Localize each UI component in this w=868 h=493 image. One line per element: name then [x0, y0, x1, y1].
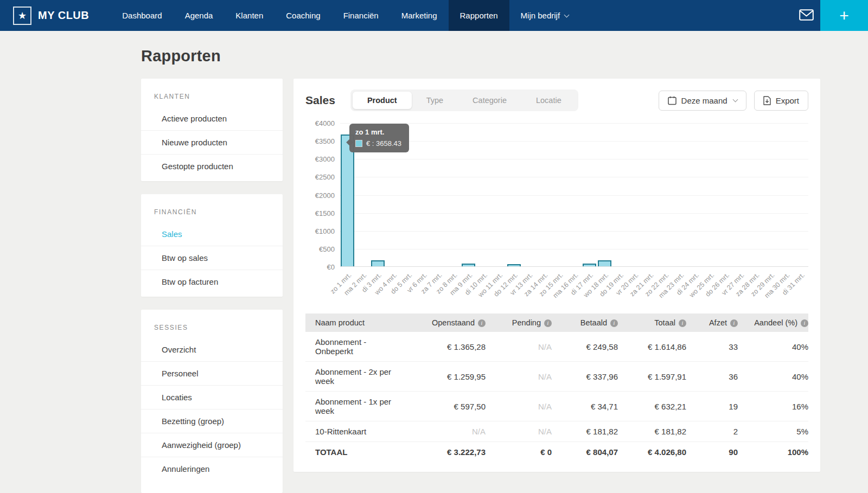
table-cell: € 181,82 — [618, 421, 686, 441]
table-cell: 100% — [738, 442, 808, 462]
column-header-pending: Pendingi — [486, 313, 552, 332]
table-cell: TOTAAL — [305, 442, 404, 462]
bar-ma-9-mrt[interactable] — [462, 264, 475, 266]
sidebar-section-sessies: SESSIESOverzichtPersoneelLocatiesBezetti… — [141, 310, 283, 493]
column-header-betaald: Betaaldi — [552, 313, 618, 332]
export-icon — [763, 96, 771, 105]
nav-item-coaching[interactable]: Coaching — [275, 0, 331, 31]
table-cell: 19 — [686, 396, 738, 417]
nav-item-marketing[interactable]: Marketing — [390, 0, 449, 31]
column-header-totaal: Totaali — [618, 313, 686, 332]
sidebar-item-gestopte-producten[interactable]: Gestopte producten — [141, 154, 283, 178]
nav-item-rapporten[interactable]: Rapporten — [449, 0, 509, 31]
table-cell: € 1.614,86 — [618, 337, 686, 357]
column-header-openstaand: Openstaandi — [404, 313, 486, 332]
page-title: Rapporten — [141, 47, 820, 65]
table-cell: € 804,07 — [552, 442, 618, 462]
info-icon[interactable]: i — [544, 319, 552, 327]
tab-group: ProductTypeCategorieLocatie — [350, 89, 578, 111]
nav-item-mijn-bedrijf[interactable]: Mijn bedrijf — [509, 0, 580, 31]
info-icon[interactable]: i — [730, 319, 738, 327]
tab-product[interactable]: Product — [353, 92, 412, 109]
nav-item-dashboard[interactable]: Dashboard — [111, 0, 173, 31]
table-cell: € 3.222,73 — [404, 442, 486, 462]
sidebar-item-btw-op-sales[interactable]: Btw op sales — [141, 246, 283, 270]
table-cell: € 597,50 — [404, 396, 486, 417]
table-cell: N/A — [404, 421, 486, 441]
table-cell: N/A — [486, 367, 552, 387]
panel-header: Sales ProductTypeCategorieLocatie Deze m… — [305, 89, 808, 111]
column-label: Afzet — [709, 318, 727, 327]
series-swatch — [355, 140, 362, 147]
tooltip-title: zo 1 mrt. — [355, 128, 401, 136]
sidebar-item-sales[interactable]: Sales — [141, 222, 283, 246]
nav-item-label: Agenda — [185, 11, 213, 20]
bar-di-3-mrt[interactable] — [371, 260, 385, 266]
brand[interactable]: ★ MY CLUB — [0, 0, 103, 31]
info-icon[interactable]: i — [801, 319, 808, 327]
bar-slot — [597, 260, 612, 266]
info-icon[interactable]: i — [610, 319, 618, 327]
nav-item-label: Marketing — [401, 11, 437, 20]
envelope-icon — [799, 9, 814, 22]
bar-wo-18-mrt[interactable] — [598, 260, 611, 266]
sidebar-item-overzicht[interactable]: Overzicht — [141, 338, 283, 361]
add-button[interactable]: + — [820, 0, 868, 31]
header-actions: Deze maand Export — [659, 91, 808, 111]
y-tick-label: €1500 — [315, 209, 335, 217]
sidebar-item-aanwezigheid-groep[interactable]: Aanwezigheid (groep) — [141, 433, 283, 457]
sidebar-item-bezetting-groep[interactable]: Bezetting (groep) — [141, 409, 283, 433]
nav-spacer — [580, 0, 792, 31]
sidebar-item-locaties[interactable]: Locaties — [141, 385, 283, 409]
y-tick-label: €500 — [319, 245, 335, 253]
table-cell: N/A — [486, 421, 552, 441]
y-tick-label: €3000 — [315, 155, 335, 163]
chevron-down-icon — [732, 97, 738, 103]
nav-item-financi-n[interactable]: Financiën — [332, 0, 390, 31]
page: Rapporten KLANTENActieve productenNieuwe… — [0, 31, 868, 493]
column-label: Openstaand — [432, 318, 475, 327]
tab-categorie[interactable]: Categorie — [458, 92, 521, 109]
sidebar-item-btw-op-facturen[interactable]: Btw op facturen — [141, 270, 283, 293]
calendar-icon — [668, 96, 676, 105]
table-cell: 33 — [686, 337, 738, 357]
tab-locatie[interactable]: Locatie — [521, 92, 576, 109]
nav-item-label: Dashboard — [122, 11, 162, 20]
table-header: Naam productOpenstaandiPendingiBetaaldiT… — [305, 313, 808, 332]
table-cell: € 1.597,91 — [618, 367, 686, 387]
table-cell: € 1.365,28 — [404, 337, 486, 357]
bar-do-12-mrt[interactable] — [507, 264, 521, 266]
period-button[interactable]: Deze maand — [659, 91, 746, 111]
brand-name: MY CLUB — [38, 9, 89, 22]
sidebar-item-personeel[interactable]: Personeel — [141, 361, 283, 385]
table-cell: 36 — [686, 367, 738, 387]
chart-tooltip: zo 1 mrt. € : 3658.43 — [349, 124, 409, 152]
y-tick-label: €4000 — [315, 119, 335, 127]
info-icon[interactable]: i — [679, 319, 686, 327]
sidebar-item-actieve-producten[interactable]: Actieve producten — [141, 107, 283, 130]
table-cell: € 181,82 — [552, 421, 618, 441]
column-header-afzet: Afzeti — [686, 313, 738, 332]
bar-di-17-mrt[interactable] — [583, 264, 596, 266]
bar-slot — [371, 260, 386, 266]
bar-zo-1-mrt[interactable] — [341, 135, 354, 266]
table-row: Abonnement - 1x per week€ 597,50N/A€ 34,… — [305, 392, 808, 421]
table-cell: Abonnement - Onbeperkt — [305, 332, 404, 361]
table-cell: € 0 — [486, 442, 552, 462]
y-tick-label: €1000 — [315, 227, 335, 235]
sidebar-item-annuleringen[interactable]: Annuleringen — [141, 457, 283, 481]
tooltip-value: € : 3658.43 — [366, 139, 401, 148]
info-icon[interactable]: i — [478, 319, 486, 327]
export-button[interactable]: Export — [754, 91, 808, 111]
nav-item-agenda[interactable]: Agenda — [174, 0, 225, 31]
tab-type[interactable]: Type — [412, 92, 458, 109]
report-panel: Sales ProductTypeCategorieLocatie Deze m… — [293, 79, 820, 472]
nav-item-label: Mijn bedrijf — [521, 11, 560, 20]
messages-button[interactable] — [792, 0, 820, 31]
column-header-naam-product: Naam product — [305, 313, 404, 332]
sidebar-item-nieuwe-producten[interactable]: Nieuwe producten — [141, 130, 283, 154]
star-icon: ★ — [13, 7, 31, 25]
chevron-down-icon — [564, 12, 570, 17]
table-cell: € 1.259,95 — [404, 367, 486, 387]
nav-item-klanten[interactable]: Klanten — [224, 0, 275, 31]
